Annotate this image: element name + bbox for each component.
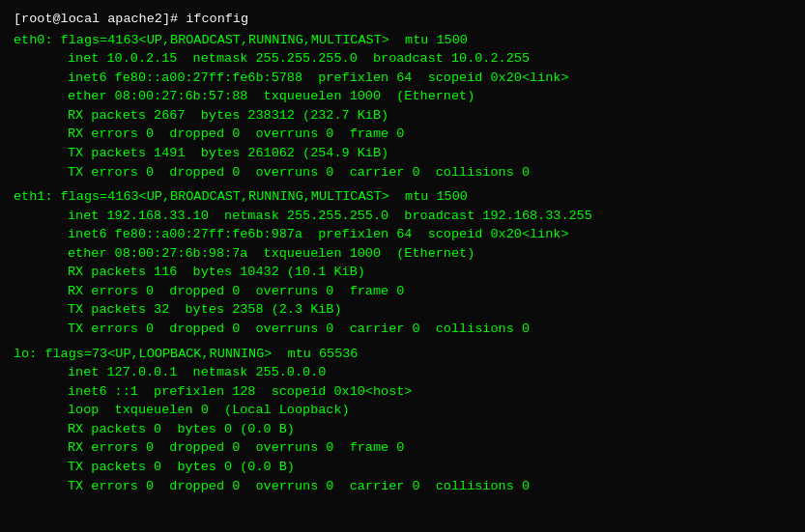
lo-line-2: loop txqueuelen 0 (Local Loopback) — [14, 401, 791, 420]
lo-line-3: RX packets 0 bytes 0 (0.0 B) — [14, 420, 791, 439]
eth0-line-4: RX errors 0 dropped 0 overruns 0 frame 0 — [14, 125, 791, 144]
eth1-line-5: TX packets 32 bytes 2358 (2.3 KiB) — [14, 300, 791, 320]
eth0-line-6: TX errors 0 dropped 0 overruns 0 carrier… — [14, 163, 791, 182]
eth1-line-3: RX packets 116 bytes 10432 (10.1 KiB) — [14, 263, 791, 282]
eth0-line-3: RX packets 2667 bytes 238312 (232.7 KiB) — [14, 106, 791, 126]
terminal: [root@local apache2]# ifconfig eth0: fla… — [14, 10, 791, 495]
prompt-text: [root@local apache2]# ifconfig — [14, 12, 248, 26]
eth0-line-1: inet6 fe80::a00:27ff:fe6b:5788 prefixlen… — [14, 69, 791, 88]
eth0-line-2: ether 08:00:27:6b:57:88 txqueuelen 1000 … — [14, 87, 791, 106]
eth1-line-4: RX errors 0 dropped 0 overruns 0 frame 0 — [14, 282, 791, 301]
lo-line-6: TX errors 0 dropped 0 overruns 0 carrier… — [14, 477, 791, 496]
lo-line-4: RX errors 0 dropped 0 overruns 0 frame 0 — [14, 438, 791, 458]
eth1-line-2: ether 08:00:27:6b:98:7a txqueuelen 1000 … — [14, 244, 791, 264]
eth1-line-1: inet6 fe80::a00:27ff:fe6b:987a prefixlen… — [14, 225, 791, 244]
eth1-line-6: TX errors 0 dropped 0 overruns 0 carrier… — [14, 320, 791, 339]
prompt-line: [root@local apache2]# ifconfig — [14, 10, 791, 29]
eth0-block: eth0: flags=4163<UP,BROADCAST,RUNNING,MU… — [14, 31, 791, 182]
lo-line-5: TX packets 0 bytes 0 (0.0 B) — [14, 458, 791, 477]
eth1-block: eth1: flags=4163<UP,BROADCAST,RUNNING,MU… — [14, 187, 791, 339]
lo-header: lo: flags=73<UP,LOOPBACK,RUNNING> mtu 65… — [14, 345, 791, 364]
eth0-line-0: inet 10.0.2.15 netmask 255.255.255.0 bro… — [14, 49, 791, 69]
eth0-line-5: TX packets 1491 bytes 261062 (254.9 KiB) — [14, 144, 791, 163]
eth0-header: eth0: flags=4163<UP,BROADCAST,RUNNING,MU… — [14, 31, 791, 50]
lo-block: lo: flags=73<UP,LOOPBACK,RUNNING> mtu 65… — [14, 345, 791, 496]
eth1-line-0: inet 192.168.33.10 netmask 255.255.255.0… — [14, 207, 791, 226]
lo-line-1: inet6 ::1 prefixlen 128 scopeid 0x10<hos… — [14, 382, 791, 402]
lo-line-0: inet 127.0.0.1 netmask 255.0.0.0 — [14, 363, 791, 382]
eth1-header: eth1: flags=4163<UP,BROADCAST,RUNNING,MU… — [14, 187, 791, 207]
